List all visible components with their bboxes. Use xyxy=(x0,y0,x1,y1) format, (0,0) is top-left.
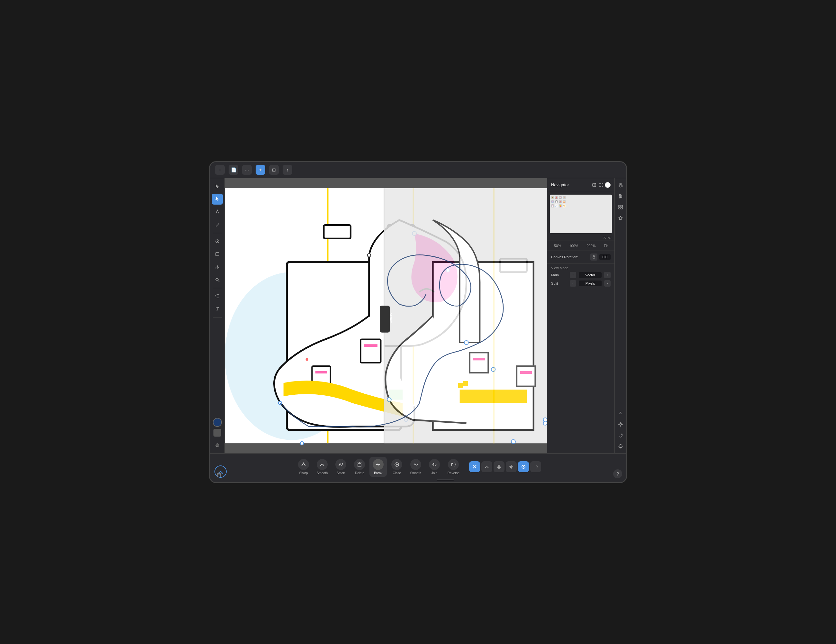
canvas-area[interactable]: Pixels Vector xyxy=(225,178,547,453)
split-prev-button[interactable]: ‹ xyxy=(570,280,576,287)
rotate-mode-button[interactable] xyxy=(530,461,541,472)
more-icon: ··· xyxy=(245,167,249,172)
reverse-tool-button[interactable]: Reverse xyxy=(444,457,463,477)
shape-tool[interactable] xyxy=(212,248,223,260)
join-label: Join xyxy=(431,471,437,475)
navigator-title: Navigator xyxy=(551,182,591,187)
pointer-tool[interactable] xyxy=(212,181,223,192)
brush-tool[interactable] xyxy=(212,440,223,451)
smooth-icon xyxy=(317,459,328,470)
text-tool[interactable]: T xyxy=(212,304,223,315)
grid-button[interactable]: ⊞ xyxy=(269,165,279,175)
svg-rect-2 xyxy=(216,253,219,256)
navigator-circle xyxy=(605,182,611,188)
smooth-label: Smooth xyxy=(317,471,328,475)
rotation-value: 0.0 xyxy=(599,254,611,260)
delete-icon xyxy=(354,459,365,470)
reverse-icon xyxy=(448,459,459,470)
color-square[interactable] xyxy=(214,429,221,436)
close-tool-button[interactable]: Close xyxy=(388,457,405,477)
svg-rect-20 xyxy=(315,371,327,373)
rotation-lock-button[interactable] xyxy=(590,253,598,261)
symbols-button[interactable] xyxy=(616,203,625,212)
pen-tool[interactable] xyxy=(212,206,223,217)
back-button[interactable]: ← xyxy=(215,165,225,175)
text-styles-button[interactable]: A xyxy=(616,409,625,418)
thumb-1: ✦ xyxy=(551,196,554,199)
smooth2-tool-button[interactable]: Smooth xyxy=(407,457,424,477)
grid-mode-button[interactable] xyxy=(493,461,505,472)
crosshair-mode-button[interactable] xyxy=(506,461,517,472)
thumb-10 xyxy=(555,204,558,208)
settings-button[interactable] xyxy=(616,420,625,429)
split-label: Split xyxy=(551,281,567,285)
svg-rect-74 xyxy=(619,205,620,207)
zoom-100-button[interactable]: 100% xyxy=(567,243,580,248)
svg-rect-52 xyxy=(559,196,561,198)
navigator-expand-button[interactable] xyxy=(598,181,605,188)
more-button[interactable]: ··· xyxy=(242,165,252,175)
svg-point-1 xyxy=(217,240,218,242)
delete-bottom-button[interactable] xyxy=(214,471,224,480)
svg-text:Vector: Vector xyxy=(389,313,393,322)
adjustments-button[interactable] xyxy=(616,192,625,201)
svg-point-103 xyxy=(523,466,524,467)
delete-label: Delete xyxy=(355,471,364,475)
smooth-tool-button[interactable]: Smooth xyxy=(314,457,331,477)
svg-rect-65 xyxy=(560,206,561,206)
layers-button[interactable] xyxy=(616,181,625,190)
split-next-button[interactable]: › xyxy=(604,280,611,287)
svg-point-39 xyxy=(464,340,469,345)
document-button[interactable]: 📄 xyxy=(229,165,238,175)
svg-point-26 xyxy=(367,253,371,257)
selection-mode-button[interactable] xyxy=(518,461,529,472)
rotation-label: Canvas Rotation: xyxy=(551,255,588,259)
split-view-row: Split ‹ Pixels › xyxy=(551,280,611,287)
svg-rect-32 xyxy=(460,389,527,403)
main-prev-button[interactable]: ‹ xyxy=(570,272,576,278)
right-mode-tools xyxy=(469,461,541,472)
delete-tool-button[interactable]: Delete xyxy=(351,457,368,477)
zoom-50-button[interactable]: 50% xyxy=(552,243,563,248)
fx-button[interactable] xyxy=(616,214,625,222)
svg-line-5 xyxy=(218,281,219,282)
smart-tool-button[interactable]: Smart xyxy=(332,457,349,477)
main-next-button[interactable]: › xyxy=(604,272,611,278)
svg-point-4 xyxy=(216,278,218,281)
svg-rect-6 xyxy=(216,295,219,298)
svg-point-44 xyxy=(387,397,391,402)
navigator-thumbnail[interactable]: ✦ xyxy=(550,195,612,233)
active-tool-button[interactable]: ✦ xyxy=(256,165,265,175)
svg-rect-77 xyxy=(621,208,622,209)
help-button[interactable]: ? xyxy=(613,469,622,478)
eyedropper-tool[interactable] xyxy=(212,236,223,247)
main-view-row: Main ‹ Vector › xyxy=(551,272,611,278)
thumb-9 xyxy=(551,204,554,208)
node-tool[interactable] xyxy=(212,194,223,204)
thumb-4 xyxy=(563,196,566,199)
join-tool-button[interactable]: Join xyxy=(426,457,443,477)
break-icon xyxy=(373,459,384,470)
navigator-header: Navigator xyxy=(547,178,614,192)
curve-button[interactable] xyxy=(481,461,492,472)
rotate-view-button[interactable] xyxy=(616,431,625,440)
zoom-fit-button[interactable]: Fit xyxy=(602,243,610,248)
zoom-200-button[interactable]: 200% xyxy=(585,243,598,248)
export-button[interactable]: ↑ xyxy=(282,165,292,175)
color-circle[interactable] xyxy=(213,418,222,427)
pencil-tool[interactable] xyxy=(212,219,223,230)
crop-tool[interactable] xyxy=(212,291,223,302)
navigator-pin-button[interactable] xyxy=(591,181,598,188)
navigator-panel: Navigator ✦ xyxy=(547,178,614,453)
fill-tool[interactable] xyxy=(212,262,223,273)
sharp-tool-button[interactable]: Sharp xyxy=(295,457,312,477)
svg-rect-34 xyxy=(463,381,468,386)
zoom-tool[interactable] xyxy=(212,275,223,285)
smooth2-label: Smooth xyxy=(410,471,421,475)
top-bar: ← 📄 ··· ✦ ⊞ ↑ xyxy=(210,162,626,178)
smart-label: Smart xyxy=(336,471,345,475)
break-tool-button[interactable]: Break xyxy=(369,457,387,477)
crosshair-button[interactable] xyxy=(616,442,625,451)
node-mode-button[interactable] xyxy=(469,461,480,472)
active-indicator-bar xyxy=(437,480,454,480)
